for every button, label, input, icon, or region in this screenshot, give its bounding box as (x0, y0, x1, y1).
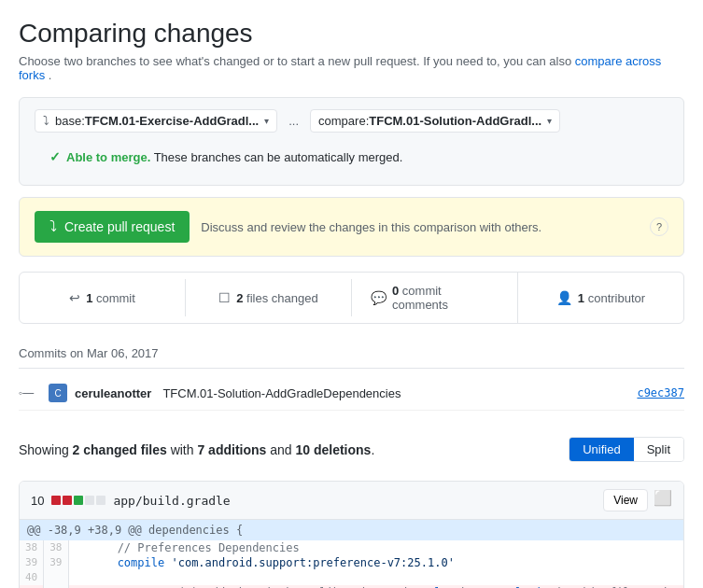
comments-icon: 💬 (371, 290, 387, 305)
old-line-num: 38 (20, 540, 44, 555)
branch-icon: ⤵ (43, 114, 49, 128)
view-file-button[interactable]: View (603, 489, 648, 511)
del-box-1 (51, 496, 61, 505)
diff-line-content: // Preferences Dependencies (83, 540, 684, 555)
compare-branch-value: TFCM.01-Solution-AddGradl... (369, 114, 541, 128)
pr-description: Discuss and review the changes in this c… (201, 220, 541, 234)
page-title: Comparing changes (19, 19, 684, 49)
pr-icon: ⤵ (49, 218, 57, 235)
page-subtitle: Choose two branches to see what's change… (19, 54, 684, 82)
commit-sha[interactable]: c9ec387 (637, 386, 684, 399)
stat-files[interactable]: ☐ 2 files changed (186, 279, 352, 316)
new-line-num (44, 570, 68, 585)
diff-boxes (51, 496, 105, 505)
base-branch-value: TFCM.01-Exercise-AddGradl... (85, 114, 259, 128)
diff-line-content (83, 570, 684, 585)
old-line-num: 40 (20, 570, 44, 585)
diff-marker (68, 555, 83, 570)
unified-view-button[interactable]: Unified (569, 438, 633, 461)
diff-file-info: 10 app/build.gradle (31, 494, 231, 508)
contributors-icon: 👤 (556, 290, 572, 305)
diff-line-content: compile 'com.android.support:preference-… (83, 555, 684, 570)
commit-author[interactable]: ceruleanotter (75, 386, 151, 400)
stat-commits[interactable]: ↩ 1 commit (20, 279, 186, 316)
base-branch-arrow: ▾ (264, 116, 269, 126)
compare-branch-label: compare: (318, 114, 369, 128)
diff-filename: app/build.gradle (113, 494, 230, 508)
neu-box-2 (96, 496, 105, 505)
commit-graph-icon: ◦— (19, 386, 41, 399)
diff-marker (68, 570, 83, 585)
commits-section: Commits on Mar 06, 2017 ◦— C ceruleanott… (19, 339, 684, 411)
add-box-1 (74, 496, 83, 505)
compare-branch-selector[interactable]: compare: TFCM.01-Solution-AddGradl... ▾ (310, 109, 560, 133)
comments-count: 0 commit comments (392, 284, 499, 312)
compare-branch-arrow: ▾ (547, 116, 552, 126)
new-line-num: 39 (44, 555, 68, 570)
diff-marker (68, 540, 83, 555)
base-branch-label: base: (55, 114, 85, 128)
diff-file-container: 10 app/build.gradle View ⬜ @@ -38,9 +38,… (19, 481, 684, 588)
old-line-num: 39 (20, 555, 44, 570)
merge-status-text: Able to merge. These branches can be aut… (66, 150, 402, 164)
stat-contributors[interactable]: 👤 1 contributor (518, 279, 683, 316)
merge-status: ✓ Able to merge. These branches can be a… (35, 140, 668, 174)
diff-table: @@ -38,9 +38,9 @@ dependencies { 38 38 /… (20, 520, 684, 588)
base-branch-selector[interactable]: ⤵ base: TFCM.01-Exercise-AddGradl... ▾ (35, 109, 277, 133)
diff-file-actions: View ⬜ (603, 489, 672, 511)
del-box-2 (63, 496, 72, 505)
merge-check-icon: ✓ (49, 149, 61, 164)
commits-icon: ↩ (69, 290, 80, 305)
stat-comments[interactable]: 💬 0 commit comments (352, 273, 518, 323)
new-line-num: 38 (44, 540, 68, 555)
help-icon[interactable]: ? (650, 217, 668, 236)
stats-bar: ↩ 1 commit ☐ 2 files changed 💬 0 commit … (19, 272, 684, 324)
commits-date-header: Commits on Mar 06, 2017 (19, 339, 684, 369)
monitor-icon[interactable]: ⬜ (654, 489, 672, 511)
diff-summary: Showing 2 changed files with 7 additions… (19, 426, 684, 473)
branch-separator: ... (288, 114, 299, 128)
diff-view-toggle[interactable]: Unified Split (569, 437, 684, 462)
commits-count: 1 commit (86, 291, 135, 305)
diff-file-number: 10 (31, 494, 44, 508)
commit-row: ◦— C ceruleanotter TFCM.01-Solution-AddG… (19, 376, 684, 411)
files-count: 2 files changed (236, 291, 317, 305)
avatar: C (49, 384, 67, 402)
create-pr-button[interactable]: ⤵ Create pull request (35, 211, 190, 243)
diff-file-header: 10 app/build.gradle View ⬜ (20, 482, 683, 520)
contributors-count: 1 contributor (578, 291, 645, 305)
diff-summary-text: Showing 2 changed files with 7 additions… (19, 442, 374, 457)
create-pr-section: ⤵ Create pull request Discuss and review… (19, 197, 684, 257)
files-icon: ☐ (218, 290, 231, 305)
commit-message: TFCM.01-Solution-AddGradleDependencies (162, 386, 637, 400)
neu-box-1 (85, 496, 94, 505)
split-view-button[interactable]: Split (634, 438, 683, 461)
